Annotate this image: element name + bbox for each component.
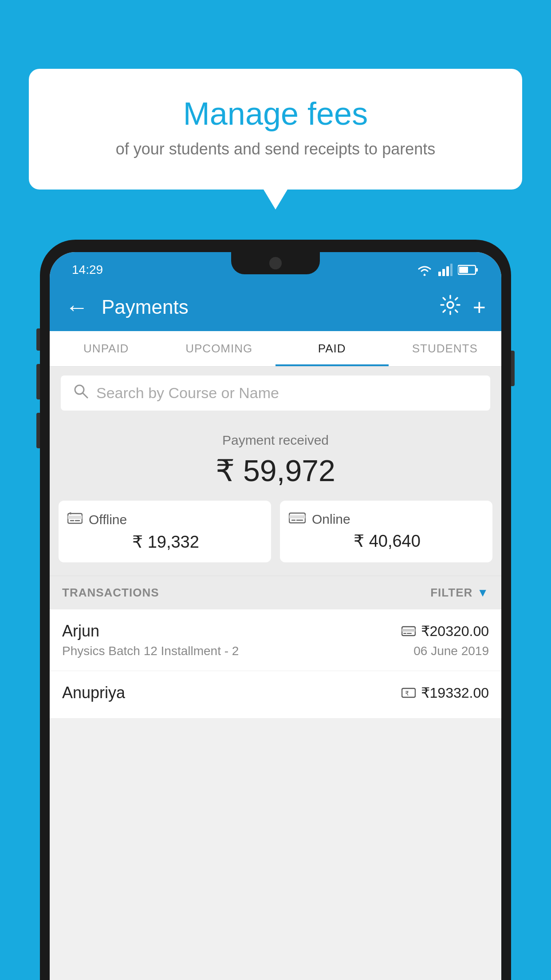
signal-icon: [438, 264, 453, 276]
svg-rect-20: [402, 629, 415, 632]
transaction-row-top: Arjun ₹20320.00: [62, 622, 489, 640]
cash-payment-icon: ₹: [401, 687, 416, 699]
tabs-container: UNPAID UPCOMING PAID STUDENTS: [50, 331, 501, 367]
settings-button[interactable]: [440, 295, 460, 320]
tab-students[interactable]: STUDENTS: [389, 331, 502, 366]
tooltip-title: Manage fees: [51, 95, 500, 132]
transaction-item-arjun[interactable]: Arjun ₹20320.00 Physics Batc: [50, 609, 501, 671]
svg-rect-16: [289, 515, 305, 518]
battery-icon: [458, 264, 479, 276]
add-button[interactable]: +: [473, 294, 486, 320]
online-card: Online ₹ 40,640: [280, 501, 492, 562]
offline-label: Offline: [89, 512, 127, 527]
svg-line-9: [83, 393, 87, 398]
payment-total-amount: ₹ 59,972: [59, 453, 492, 488]
search-input[interactable]: Search by Course or Name: [96, 384, 279, 402]
app-bar-actions: +: [440, 294, 486, 320]
offline-amount: ₹ 19,332: [67, 532, 262, 552]
offline-card-header: ₹ Offline: [67, 511, 262, 528]
online-card-header: Online: [289, 511, 484, 527]
card-payment-icon: [401, 625, 416, 637]
offline-icon: ₹: [67, 511, 83, 528]
search-icon: [73, 383, 88, 403]
filter-icon: ▼: [477, 586, 489, 600]
svg-rect-3: [450, 264, 453, 276]
phone-screen: 14:29: [50, 252, 501, 980]
phone-side-button-1: [36, 328, 40, 351]
transaction-amount: ₹ ₹19332.00: [401, 684, 489, 701]
transaction-name: Anupriya: [62, 684, 125, 702]
svg-text:₹: ₹: [69, 512, 71, 516]
transaction-date: 06 June 2019: [413, 644, 489, 658]
tab-unpaid[interactable]: UNPAID: [50, 331, 163, 366]
svg-rect-6: [459, 267, 468, 273]
online-label: Online: [312, 512, 350, 527]
offline-card: ₹ Offline ₹ 19,332: [59, 501, 271, 562]
search-container: Search by Course or Name: [50, 367, 501, 419]
search-box[interactable]: Search by Course or Name: [61, 375, 490, 411]
tooltip-bubble: Manage fees of your students and send re…: [29, 69, 522, 190]
svg-rect-1: [442, 269, 445, 276]
transaction-name: Arjun: [62, 622, 99, 640]
filter-label: FILTER: [430, 586, 472, 600]
payment-summary: Payment received ₹ 59,972: [50, 419, 501, 576]
svg-point-7: [447, 302, 453, 308]
wifi-icon: [416, 264, 433, 276]
tab-paid[interactable]: PAID: [276, 331, 389, 366]
transaction-course: Physics Batch 12 Installment - 2: [62, 644, 239, 658]
back-button[interactable]: ←: [65, 296, 88, 319]
svg-rect-2: [446, 266, 449, 276]
svg-rect-5: [476, 268, 478, 272]
phone-side-button-3: [36, 413, 40, 448]
svg-text:₹: ₹: [405, 690, 409, 697]
filter-button[interactable]: FILTER ▼: [430, 586, 489, 600]
online-amount: ₹ 40,640: [289, 531, 484, 551]
phone-container: 14:29: [40, 240, 511, 980]
phone-notch: [231, 252, 320, 274]
status-time: 14:29: [72, 263, 103, 277]
phone-side-button-2: [36, 364, 40, 399]
app-bar: ← Payments +: [50, 283, 501, 331]
transactions-label: TRANSACTIONS: [62, 586, 159, 600]
transaction-item-anupriya[interactable]: Anupriya ₹ ₹19332.00: [50, 671, 501, 719]
transaction-amount: ₹20320.00: [401, 623, 489, 640]
status-icons: [416, 264, 479, 276]
phone-power-button: [511, 351, 515, 386]
tab-upcoming[interactable]: UPCOMING: [163, 331, 276, 366]
payment-received-label: Payment received: [59, 433, 492, 448]
payment-cards: ₹ Offline ₹ 19,332: [59, 501, 492, 562]
tooltip-subtitle: of your students and send receipts to pa…: [51, 140, 500, 158]
app-title: Payments: [102, 296, 427, 318]
transaction-row-bottom: Physics Batch 12 Installment - 2 06 June…: [62, 644, 489, 658]
phone-frame: 14:29: [40, 240, 511, 980]
svg-rect-0: [438, 272, 441, 276]
online-icon: [289, 511, 306, 527]
transactions-list: Arjun ₹20320.00 Physics Batc: [50, 609, 501, 719]
transactions-header: TRANSACTIONS FILTER ▼: [50, 576, 501, 609]
svg-rect-11: [68, 516, 82, 519]
transaction-row-top: Anupriya ₹ ₹19332.00: [62, 684, 489, 702]
